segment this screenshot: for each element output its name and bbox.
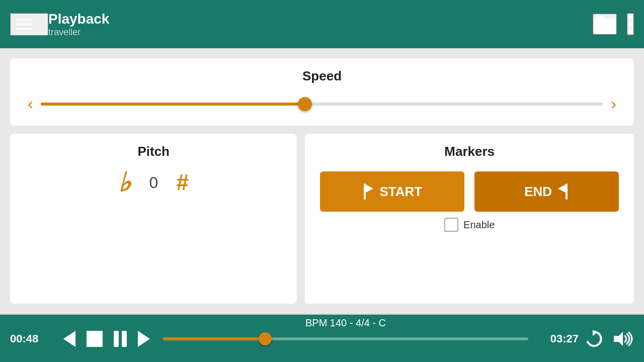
app-title: Playback xyxy=(48,11,593,28)
cards-row: Pitch ♭ 0 # Markers START END xyxy=(10,134,634,304)
svg-point-2 xyxy=(628,30,632,34)
start-label: START xyxy=(379,184,422,200)
next-button[interactable] xyxy=(135,328,153,350)
start-flag-icon xyxy=(362,184,373,200)
more-options-icon xyxy=(628,14,633,34)
svg-point-0 xyxy=(628,15,632,19)
stop-icon xyxy=(87,331,103,347)
markers-title: Markers xyxy=(444,144,495,159)
main-content: Speed ‹ › Pitch ♭ 0 # Markers xyxy=(0,48,644,314)
sharp-button[interactable]: # xyxy=(176,171,188,194)
time-end: 03:27 xyxy=(538,332,579,345)
enable-row: Enable xyxy=(444,218,495,232)
svg-marker-7 xyxy=(593,330,597,336)
volume-button[interactable] xyxy=(612,329,634,349)
time-start: 00:48 xyxy=(10,332,50,345)
file-name: traveller xyxy=(48,27,593,38)
header-title-group: Playback traveller xyxy=(48,11,593,38)
speed-title: Speed xyxy=(302,68,342,84)
end-marker-button[interactable]: END xyxy=(474,171,619,212)
pause-icon xyxy=(114,331,127,347)
end-flag-icon xyxy=(558,184,569,200)
svg-point-1 xyxy=(628,22,632,26)
enable-checkbox[interactable] xyxy=(444,218,458,232)
bpm-info: BPM 140 - 4/4 - C xyxy=(305,317,386,329)
end-label: END xyxy=(524,184,552,200)
folder-icon xyxy=(594,15,616,34)
pitch-value: 0 xyxy=(146,173,161,192)
speed-slider-row: ‹ › xyxy=(25,92,619,116)
more-options-button[interactable] xyxy=(627,13,634,35)
speed-slider[interactable] xyxy=(41,103,604,106)
svg-marker-8 xyxy=(614,332,623,346)
prev-button[interactable] xyxy=(60,328,78,350)
prev-icon xyxy=(63,331,75,347)
svg-rect-3 xyxy=(364,184,366,200)
transport-right-actions xyxy=(584,329,634,349)
menu-button[interactable] xyxy=(10,13,48,36)
progress-slider[interactable] xyxy=(163,337,528,340)
volume-icon xyxy=(612,329,634,349)
pitch-card: Pitch ♭ 0 # xyxy=(10,134,297,304)
progress-slider-area: BPM 140 - 4/4 - C xyxy=(163,337,528,340)
speed-card: Speed ‹ › xyxy=(10,58,634,126)
transport-controls xyxy=(60,328,153,350)
speed-increase-button[interactable]: › xyxy=(608,92,619,116)
stop-button[interactable] xyxy=(84,328,106,350)
svg-marker-6 xyxy=(558,185,566,193)
next-icon xyxy=(138,331,150,347)
markers-buttons: START END xyxy=(320,171,619,212)
header: Playback traveller xyxy=(0,0,644,48)
replay-icon xyxy=(584,329,604,349)
markers-card: Markers START END xyxy=(305,134,634,304)
transport-bar: 00:48 BPM 140 - 4/4 - C 03:27 xyxy=(0,315,644,362)
pitch-controls: ♭ 0 # xyxy=(118,169,188,196)
svg-rect-5 xyxy=(566,184,568,200)
folder-button[interactable] xyxy=(593,14,617,35)
speed-decrease-button[interactable]: ‹ xyxy=(25,92,36,116)
pause-button[interactable] xyxy=(111,328,130,350)
enable-label: Enable xyxy=(463,219,495,231)
flat-button[interactable]: ♭ xyxy=(118,169,131,196)
replay-button[interactable] xyxy=(584,329,604,349)
pitch-title: Pitch xyxy=(137,144,170,159)
header-actions xyxy=(593,13,634,35)
svg-marker-4 xyxy=(366,185,373,193)
start-marker-button[interactable]: START xyxy=(320,171,464,212)
